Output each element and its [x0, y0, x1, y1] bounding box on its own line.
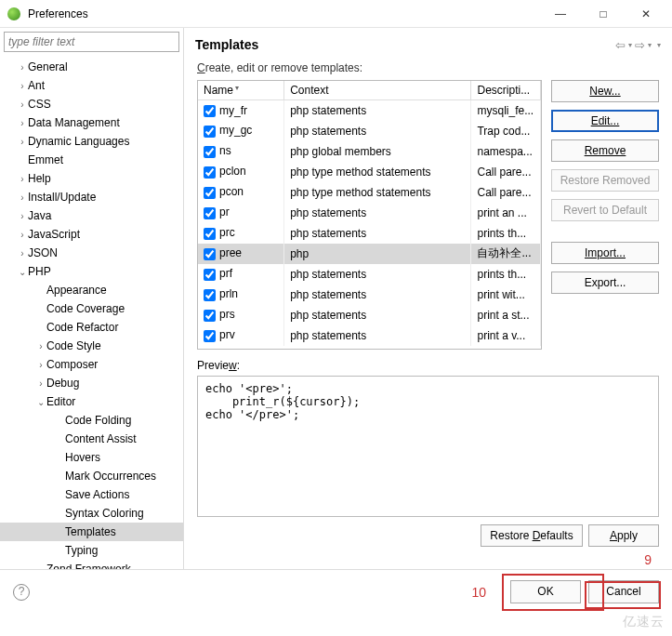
forward-icon[interactable]: ⇨	[635, 38, 645, 52]
minimize-icon[interactable]: —	[547, 7, 573, 20]
content-pane: Templates ⇦ ▾ ⇨ ▾ ▾ Create, edit or remo…	[184, 28, 672, 569]
tree-item[interactable]: Syntax Coloring	[0, 504, 183, 523]
table-row[interactable]: nsphp global membersnamespa...	[198, 141, 541, 162]
cancel-button[interactable]: Cancel	[588, 580, 659, 603]
table-row[interactable]: prfphp statementsprints th...	[198, 264, 541, 285]
col-name[interactable]: Name▾	[198, 81, 284, 100]
tree-item[interactable]: Mark Occurrences	[0, 467, 183, 485]
twisty-icon: ›	[35, 378, 46, 389]
tree-item[interactable]: Hovers	[0, 448, 183, 467]
tree-item[interactable]: Content Assist	[0, 430, 183, 448]
close-icon[interactable]: ✕	[633, 7, 659, 20]
tree-item[interactable]: ›Data Management	[0, 113, 183, 132]
tree-item[interactable]: ›General	[0, 58, 183, 76]
tree-item[interactable]: ›Code Style	[0, 337, 183, 355]
row-checkbox[interactable]	[204, 269, 216, 281]
row-checkbox[interactable]	[204, 146, 216, 158]
page-title: Templates	[195, 37, 258, 52]
help-icon[interactable]: ?	[13, 584, 30, 601]
tree-label: Syntax Coloring	[65, 507, 144, 520]
table-row[interactable]: pconphp type method statementsCall pare.…	[198, 182, 541, 203]
row-checkbox[interactable]	[204, 207, 216, 219]
tree-label: Code Coverage	[46, 302, 125, 315]
row-checkbox[interactable]	[204, 248, 216, 260]
tree-item[interactable]: ⌄PHP	[0, 262, 183, 281]
twisty-icon: ›	[17, 174, 28, 184]
cell-name: pree	[219, 246, 242, 259]
col-context[interactable]: Context	[284, 81, 471, 100]
row-checkbox[interactable]	[204, 228, 216, 240]
row-checkbox[interactable]	[204, 166, 216, 179]
cell-name: pclon	[219, 165, 246, 178]
row-checkbox[interactable]	[204, 289, 216, 301]
preview-label: Preview:	[184, 350, 672, 374]
tree-item[interactable]: Code Coverage	[0, 299, 183, 318]
templates-table[interactable]: Name▾ Context Descripti... my_frphp stat…	[197, 80, 542, 350]
annotation-9: 9	[644, 552, 652, 567]
tree-item[interactable]: ⌄Editor	[0, 392, 183, 411]
tree-item[interactable]: ›Help	[0, 169, 183, 188]
page-nav-icons: ⇦ ▾ ⇨ ▾ ▾	[615, 38, 661, 52]
table-row[interactable]: pclonphp type method statementsCall pare…	[198, 162, 541, 182]
menu-icon[interactable]: ▾	[657, 41, 661, 49]
tree-item[interactable]: Appearance	[0, 281, 183, 299]
preferences-tree[interactable]: ›General›Ant›CSS›Data Management›Dynamic…	[0, 56, 183, 569]
row-checkbox[interactable]	[204, 105, 216, 117]
forward-menu-icon[interactable]: ▾	[648, 41, 652, 49]
new-button[interactable]: New...	[551, 80, 659, 102]
table-row[interactable]: my_frphp statementsmysqli_fe...	[198, 100, 541, 121]
tree-item[interactable]: Code Refactor	[0, 318, 183, 337]
back-menu-icon[interactable]: ▾	[628, 41, 632, 49]
table-row[interactable]: prphp statementsprint an ...	[198, 203, 541, 223]
table-row[interactable]: my_gcphp statementsTrap cod...	[198, 121, 541, 141]
twisty-icon: ›	[17, 81, 28, 91]
col-desc[interactable]: Descripti...	[471, 81, 541, 100]
tree-item[interactable]: Code Folding	[0, 411, 183, 430]
row-checkbox[interactable]	[204, 187, 216, 199]
tree-item[interactable]: ›JSON	[0, 244, 183, 262]
tree-item[interactable]: ›Debug	[0, 374, 183, 392]
row-checkbox[interactable]	[204, 310, 216, 322]
ok-button[interactable]: OK	[510, 580, 581, 603]
table-row[interactable]: prsphp statementsprint a st...	[198, 305, 541, 325]
tree-item[interactable]: ›Dynamic Languages	[0, 132, 183, 151]
table-row[interactable]: prcphp statementsprints th...	[198, 223, 541, 244]
cell-context: php type method statements	[284, 182, 471, 203]
import-button[interactable]: Import...	[551, 242, 659, 264]
tree-item[interactable]: Save Actions	[0, 485, 183, 504]
tree-item[interactable]: ›CSS	[0, 95, 183, 113]
tree-label: General	[28, 60, 68, 73]
remove-button[interactable]: Remove	[551, 139, 659, 162]
twisty-icon: ›	[17, 211, 28, 221]
tree-item[interactable]: Emmet	[0, 151, 183, 169]
table-row[interactable]: prvphp statementsprint a v...	[198, 325, 541, 346]
edit-button[interactable]: Edit...	[551, 110, 659, 132]
filter-input[interactable]	[4, 32, 179, 52]
back-icon[interactable]: ⇦	[615, 38, 626, 52]
tree-item[interactable]: Zend Framework	[0, 560, 183, 569]
tree-item[interactable]: ›JavaScript	[0, 225, 183, 244]
app-icon	[7, 7, 20, 20]
tree-item[interactable]: Templates	[0, 523, 183, 541]
tree-item[interactable]: ›Ant	[0, 76, 183, 95]
tree-item[interactable]: ›Composer	[0, 355, 183, 374]
button-column: New... Edit... Remove Restore Removed Re…	[551, 80, 659, 350]
table-row[interactable]: preephp自动补全...	[198, 244, 541, 264]
row-checkbox[interactable]	[204, 126, 216, 138]
cell-desc: mysqli_fe...	[471, 100, 541, 121]
tree-label: Dynamic Languages	[28, 135, 129, 148]
restore-defaults-button[interactable]: Restore Defaults	[481, 524, 583, 547]
twisty-icon: ›	[17, 62, 28, 73]
cell-desc: Call pare...	[471, 182, 541, 203]
row-checkbox[interactable]	[204, 330, 216, 342]
cell-context: php statements	[284, 325, 471, 346]
table-row[interactable]: prlnphp statementsprint wit...	[198, 285, 541, 305]
apply-button[interactable]: Apply	[588, 524, 659, 547]
cell-context: php statements	[284, 305, 471, 325]
tree-item[interactable]: Typing	[0, 541, 183, 560]
maximize-icon[interactable]: □	[590, 7, 616, 20]
tree-item[interactable]: ›Java	[0, 206, 183, 225]
tree-item[interactable]: ›Install/Update	[0, 188, 183, 206]
export-button[interactable]: Export...	[551, 272, 659, 294]
tree-label: Hovers	[65, 451, 100, 464]
